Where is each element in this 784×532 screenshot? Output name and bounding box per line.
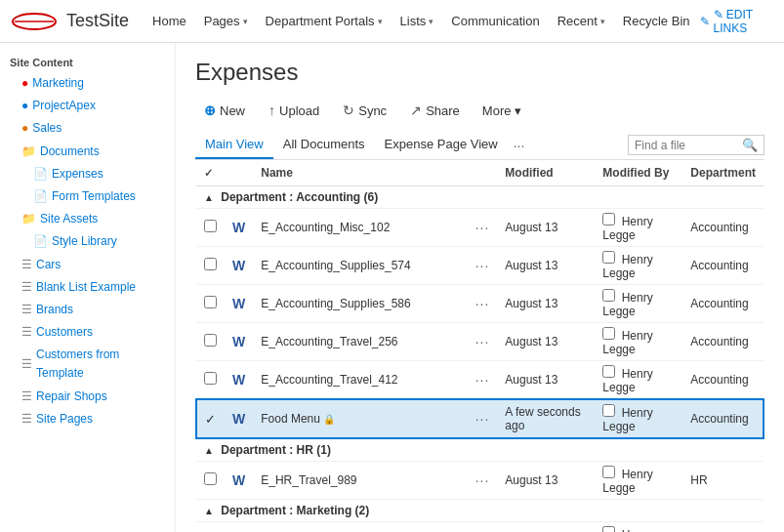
col-modified[interactable]: Modified bbox=[497, 160, 595, 186]
row-check-modified-by[interactable] bbox=[602, 289, 615, 302]
sidebar-item-documents[interactable]: 📁Documents bbox=[0, 141, 175, 163]
sidebar-item-marketing[interactable]: ●Marketing bbox=[0, 72, 175, 95]
group-arrow-hr: ▲ bbox=[204, 445, 214, 456]
check-accounting-misc-102[interactable] bbox=[204, 220, 217, 232]
nav-lists[interactable]: Lists ▾ bbox=[392, 0, 442, 43]
tab-main-view[interactable]: Main View bbox=[195, 131, 273, 159]
sidebar-item-brands[interactable]: ☰Brands bbox=[0, 299, 175, 321]
col-department[interactable]: Department bbox=[682, 160, 763, 186]
lists-chevron: ▾ bbox=[429, 17, 433, 26]
row-dots[interactable]: ··· bbox=[468, 462, 498, 500]
dots-icon[interactable]: ··· bbox=[475, 372, 490, 388]
dots-icon[interactable]: ··· bbox=[475, 220, 490, 235]
group-header-hr[interactable]: ▲ Department : HR (1) bbox=[196, 438, 763, 462]
row-check[interactable] bbox=[196, 247, 225, 285]
dots-icon[interactable]: ··· bbox=[475, 411, 490, 427]
sidebar-item-projectapex[interactable]: ●ProjectApex bbox=[0, 95, 175, 117]
row-check-modified-by[interactable] bbox=[602, 327, 615, 340]
sidebar-item-site-assets[interactable]: 📁Site Assets bbox=[0, 208, 175, 230]
tab-all-documents[interactable]: All Documents bbox=[273, 131, 375, 159]
row-dots-highlighted[interactable]: ··· bbox=[468, 399, 498, 438]
nav-recycle-bin[interactable]: Recycle Bin bbox=[615, 0, 698, 43]
row-filename[interactable]: E_Marketing_Misc_487 bbox=[253, 522, 467, 533]
cars-icon: ☰ bbox=[21, 256, 32, 274]
row-check[interactable] bbox=[196, 361, 225, 400]
row-check[interactable] bbox=[196, 522, 225, 533]
dots-icon[interactable]: ··· bbox=[475, 472, 490, 488]
row-dots[interactable]: ··· bbox=[468, 323, 498, 361]
row-check-modified-by[interactable] bbox=[602, 251, 615, 264]
col-modified-by[interactable]: Modified By bbox=[595, 160, 682, 186]
row-check-modified-by[interactable] bbox=[602, 213, 615, 225]
row-check[interactable] bbox=[196, 323, 225, 361]
row-modified-by: Henry Legge bbox=[595, 247, 682, 285]
nav-communication[interactable]: Communication bbox=[443, 0, 547, 43]
check-accounting-supplies-574[interactable] bbox=[204, 258, 217, 270]
col-name[interactable]: Name bbox=[253, 160, 467, 186]
group-header-marketing[interactable]: ▲ Department : Marketing (2) bbox=[196, 500, 763, 522]
tab-more-dots[interactable]: ··· bbox=[508, 132, 531, 159]
row-filename[interactable]: E_Accounting_Travel_412 bbox=[253, 361, 467, 400]
site-title: TestSite bbox=[66, 11, 129, 31]
sidebar-item-site-pages[interactable]: ☰Site Pages bbox=[0, 408, 175, 430]
row-filename-food-menu[interactable]: Food Menu 🔒 bbox=[253, 399, 467, 438]
dots-icon[interactable]: ··· bbox=[475, 334, 490, 349]
sidebar-section-title: Site Content bbox=[0, 53, 175, 72]
row-check-modified-by[interactable] bbox=[602, 526, 615, 532]
row-dots[interactable]: ··· bbox=[468, 285, 498, 323]
group-header-accounting[interactable]: ▲ Department : Accounting (6) bbox=[196, 186, 763, 209]
toolbar: ⊕ New ↑ Upload ↻ Sync ↗ Share More ▾ bbox=[195, 98, 764, 123]
table-row: W E_Accounting_Travel_256 ··· August 13 … bbox=[196, 323, 763, 361]
sidebar-item-blank-list[interactable]: ☰Blank List Example bbox=[0, 276, 175, 299]
row-filename[interactable]: E_Accounting_Misc_102 bbox=[253, 209, 467, 247]
row-check-modified-by[interactable] bbox=[602, 466, 615, 478]
row-modified: August 13 bbox=[497, 323, 595, 361]
row-filename[interactable]: E_Accounting_Supplies_574 bbox=[253, 247, 467, 285]
row-check-highlighted[interactable]: ✓ bbox=[196, 399, 225, 438]
sidebar-item-form-templates[interactable]: 📄Form Templates bbox=[0, 185, 175, 208]
dots-icon[interactable]: ··· bbox=[475, 296, 490, 311]
search-input[interactable] bbox=[635, 139, 742, 152]
row-dots[interactable]: ··· bbox=[468, 522, 498, 533]
more-button[interactable]: More ▾ bbox=[475, 100, 529, 122]
row-filename[interactable]: E_Accounting_Supplies_586 bbox=[253, 285, 467, 323]
word-doc-icon: W bbox=[232, 296, 245, 311]
sidebar-item-style-library[interactable]: 📄Style Library bbox=[0, 230, 175, 253]
sidebar-item-repair-shops[interactable]: ☰Repair Shops bbox=[0, 386, 175, 408]
check-accounting-supplies-586[interactable] bbox=[204, 296, 217, 308]
row-dots[interactable]: ··· bbox=[468, 247, 498, 285]
sidebar-item-cars[interactable]: ☰Cars bbox=[0, 254, 175, 276]
search-icon[interactable]: 🔍 bbox=[742, 138, 758, 152]
sidebar-item-expenses[interactable]: 📄Expenses bbox=[0, 163, 175, 185]
col-check[interactable]: ✓ bbox=[196, 160, 225, 186]
check-hr-travel-989[interactable] bbox=[204, 472, 217, 485]
check-accounting-travel-256[interactable] bbox=[204, 334, 217, 347]
row-filename[interactable]: E_HR_Travel_989 bbox=[253, 462, 467, 500]
row-check[interactable] bbox=[196, 285, 225, 323]
nav-pages[interactable]: Pages ▾ bbox=[196, 0, 256, 43]
row-filename[interactable]: E_Accounting_Travel_256 bbox=[253, 323, 467, 361]
sidebar-item-customers[interactable]: ☰Customers bbox=[0, 321, 175, 344]
sidebar-item-sales[interactable]: ●Sales bbox=[0, 117, 175, 140]
sync-button[interactable]: ↻ Sync bbox=[334, 98, 395, 123]
content-area: Expenses ⊕ New ↑ Upload ↻ Sync ↗ Share M… bbox=[176, 43, 784, 532]
dots-icon[interactable]: ··· bbox=[475, 258, 490, 273]
row-check[interactable] bbox=[196, 209, 225, 247]
tab-expense-page-view[interactable]: Expense Page View bbox=[375, 131, 508, 159]
nav-recent[interactable]: Recent ▾ bbox=[550, 0, 613, 43]
row-check[interactable] bbox=[196, 462, 225, 500]
upload-button[interactable]: ↑ Upload bbox=[260, 98, 328, 123]
sidebar-item-customers-from-template[interactable]: ☰Customers from Template bbox=[0, 344, 175, 385]
new-button[interactable]: ⊕ New bbox=[195, 98, 254, 123]
row-dots[interactable]: ··· bbox=[468, 209, 498, 247]
nav-dept-portals[interactable]: Department Portals ▾ bbox=[258, 0, 391, 43]
edit-links-button[interactable]: ✎ ✎ EDIT LINKS bbox=[700, 8, 775, 35]
table-row: W E_HR_Travel_989 ··· August 13 Henry Le… bbox=[196, 462, 763, 500]
nav-home[interactable]: Home bbox=[144, 0, 194, 43]
row-dots[interactable]: ··· bbox=[468, 361, 498, 400]
row-check-modified-by[interactable] bbox=[602, 365, 615, 378]
row-check-modified-by-highlighted[interactable] bbox=[602, 404, 615, 417]
share-button[interactable]: ↗ Share bbox=[401, 98, 469, 123]
marketing-icon: ● bbox=[21, 74, 28, 93]
check-accounting-travel-412[interactable] bbox=[204, 372, 217, 385]
